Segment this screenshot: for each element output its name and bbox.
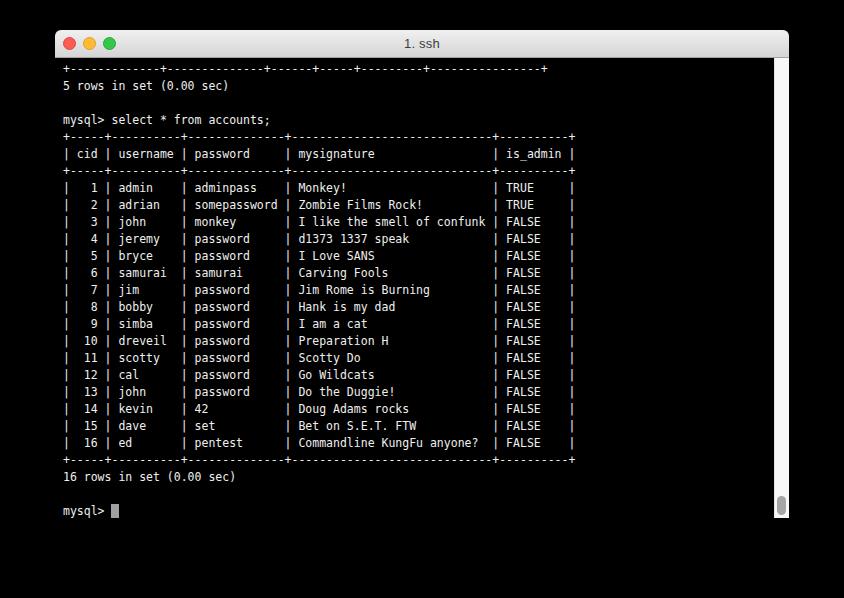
terminal-line bbox=[63, 95, 789, 112]
terminal-line: | 16 | ed | pentest | Commandline KungFu… bbox=[63, 435, 789, 452]
minimize-button[interactable] bbox=[83, 37, 96, 50]
terminal-line: | 4 | jeremy | password | d1373 1337 spe… bbox=[63, 231, 789, 248]
prompt-text: mysql> bbox=[63, 504, 111, 518]
terminal-line: | 9 | simba | password | I am a cat | FA… bbox=[63, 316, 789, 333]
close-button[interactable] bbox=[63, 37, 76, 50]
terminal-line: | 15 | dave | set | Bet on S.E.T. FTW | … bbox=[63, 418, 789, 435]
terminal-line: | 2 | adrian | somepassword | Zombie Fil… bbox=[63, 197, 789, 214]
terminal-line: | 1 | admin | adminpass | Monkey! | TRUE… bbox=[63, 180, 789, 197]
terminal-line: | 8 | bobby | password | Hank is my dad … bbox=[63, 299, 789, 316]
terminal-window: 1. ssh +-------------+--------------+---… bbox=[55, 30, 789, 518]
window-controls bbox=[63, 37, 116, 50]
terminal-line: +-----+----------+--------------+-------… bbox=[63, 452, 789, 469]
zoom-button[interactable] bbox=[103, 37, 116, 50]
scrollbar-thumb[interactable] bbox=[777, 496, 786, 515]
window-title: 1. ssh bbox=[55, 30, 789, 57]
terminal-line: +-------------+--------------+------+---… bbox=[63, 61, 789, 78]
terminal-screen[interactable]: +-------------+--------------+------+---… bbox=[55, 58, 789, 518]
terminal-line: | 11 | scotty | password | Scotty Do | F… bbox=[63, 350, 789, 367]
terminal-line: | cid | username | password | mysignatur… bbox=[63, 146, 789, 163]
terminal-line: +-----+----------+--------------+-------… bbox=[63, 163, 789, 180]
terminal-line: | 14 | kevin | 42 | Doug Adams rocks | F… bbox=[63, 401, 789, 418]
terminal-line: | 13 | john | password | Do the Duggie! … bbox=[63, 384, 789, 401]
terminal-line: | 12 | cal | password | Go Wildcats | FA… bbox=[63, 367, 789, 384]
terminal-line: 16 rows in set (0.00 sec) bbox=[63, 469, 789, 486]
text-cursor bbox=[111, 504, 119, 518]
prompt-line[interactable]: mysql> bbox=[63, 503, 789, 518]
terminal-output: +-------------+--------------+------+---… bbox=[55, 58, 789, 518]
terminal-line: +-----+----------+--------------+-------… bbox=[63, 129, 789, 146]
terminal-line: | 7 | jim | password | Jim Rome is Burni… bbox=[63, 282, 789, 299]
terminal-line: mysql> select * from accounts; bbox=[63, 112, 789, 129]
terminal-line: | 3 | john | monkey | I like the smell o… bbox=[63, 214, 789, 231]
terminal-line: 5 rows in set (0.00 sec) bbox=[63, 78, 789, 95]
terminal-line bbox=[63, 486, 789, 503]
scrollbar[interactable] bbox=[774, 58, 789, 518]
terminal-line: | 10 | dreveil | password | Preparation … bbox=[63, 333, 789, 350]
terminal-line: | 6 | samurai | samurai | Carving Fools … bbox=[63, 265, 789, 282]
terminal-line: | 5 | bryce | password | I Love SANS | F… bbox=[63, 248, 789, 265]
title-bar[interactable]: 1. ssh bbox=[55, 30, 789, 58]
